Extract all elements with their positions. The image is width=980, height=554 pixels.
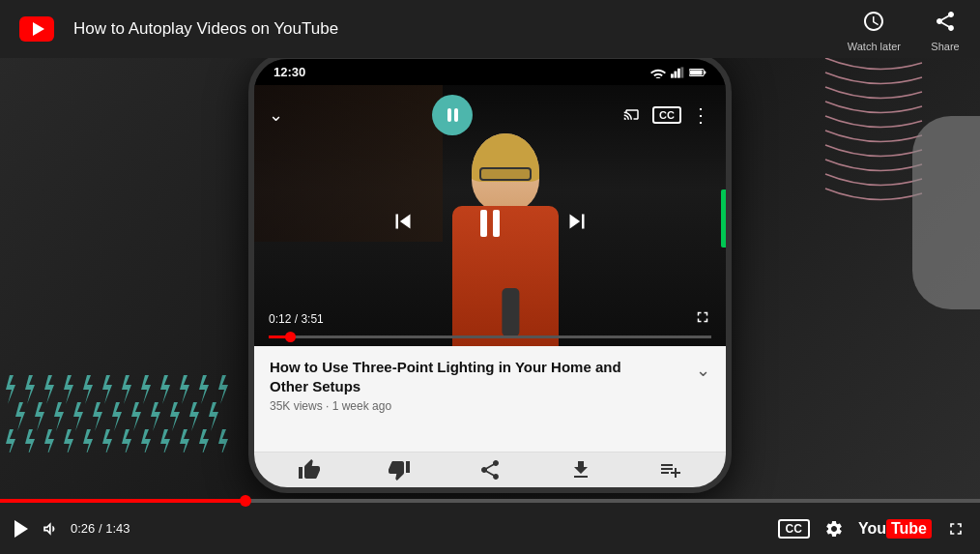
phone-info-panel: How to Use Three-Point Lighting in Your …: [254, 346, 726, 452]
svg-marker-23: [6, 429, 15, 452]
youtube-wordmark: YouTube: [858, 519, 932, 539]
teal-pause-button[interactable]: [432, 95, 473, 135]
cast-button[interactable]: [621, 104, 643, 126]
share-label: Share: [931, 41, 959, 52]
svg-marker-3: [64, 375, 73, 404]
svg-marker-14: [54, 402, 64, 431]
back-chevron-button[interactable]: ⌄: [269, 104, 283, 126]
svg-marker-5: [102, 375, 112, 404]
svg-marker-16: [93, 402, 102, 431]
share-button[interactable]: Share: [930, 6, 961, 52]
svg-rect-41: [690, 70, 702, 74]
like-button[interactable]: [298, 458, 321, 481]
bottom-control-bar: 0:26 / 1:43 CC YouTube: [0, 503, 980, 554]
youtube-logo-icon: [19, 16, 54, 42]
video-top-controls: ⌄: [254, 85, 726, 145]
svg-rect-37: [677, 68, 680, 77]
topbar: How to Autoplay Videos on YouTube Watch …: [0, 0, 980, 58]
bottom-right-controls: CC YouTube: [778, 519, 966, 539]
svg-marker-19: [151, 402, 160, 431]
svg-marker-7: [141, 375, 151, 404]
cc-button[interactable]: CC: [652, 106, 681, 124]
svg-marker-24: [25, 429, 35, 452]
cc-button-bottom[interactable]: CC: [778, 519, 810, 539]
progress-bar[interactable]: [0, 499, 980, 503]
svg-marker-21: [189, 402, 199, 431]
video-time: 0:12 / 3:51: [269, 312, 324, 326]
svg-marker-9: [180, 375, 189, 404]
svg-marker-34: [218, 429, 228, 452]
video-bottom-controls: 0:12 / 3:51: [254, 301, 726, 346]
teal-pause-icon: [447, 108, 458, 122]
watch-later-label: Watch later: [848, 41, 901, 52]
svg-marker-6: [122, 375, 131, 404]
settings-button[interactable]: [824, 519, 844, 539]
play-pause-button[interactable]: [466, 199, 514, 248]
watch-later-icon: [858, 6, 889, 37]
pause-icon: [480, 210, 500, 237]
video-controls-overlay: ⌄: [254, 85, 726, 346]
dislike-button[interactable]: [388, 458, 411, 481]
svg-marker-29: [122, 429, 131, 452]
svg-marker-11: [218, 375, 228, 404]
more-options-button[interactable]: ⋮: [691, 103, 711, 127]
svg-marker-28: [102, 429, 112, 452]
phone-mockup: 12:30: [248, 53, 732, 493]
svg-marker-10: [199, 375, 209, 404]
phone-progress-fill: [269, 335, 291, 338]
next-button[interactable]: [562, 207, 591, 240]
bottom-play-button[interactable]: [14, 520, 28, 538]
svg-marker-18: [131, 402, 141, 431]
svg-marker-12: [15, 402, 25, 431]
svg-marker-27: [83, 429, 93, 452]
watch-later-button[interactable]: Watch later: [848, 6, 901, 52]
phone-action-bar: [254, 452, 726, 487]
phone-time: 12:30: [274, 65, 305, 79]
expand-chevron[interactable]: ⌄: [696, 360, 710, 381]
svg-marker-4: [83, 375, 93, 404]
svg-marker-2: [44, 375, 54, 404]
download-button[interactable]: [569, 458, 592, 481]
fullscreen-button-bottom[interactable]: [946, 519, 966, 539]
lightning-decoration: [0, 370, 251, 452]
share-icon: [930, 6, 961, 37]
svg-rect-35: [671, 73, 674, 77]
svg-marker-30: [141, 429, 151, 452]
previous-button[interactable]: [389, 207, 418, 240]
svg-rect-38: [681, 67, 684, 77]
phone-progress-dot: [285, 332, 296, 342]
phone-screen: 12:30: [254, 59, 726, 487]
video-meta: 35K views · 1 week ago: [270, 399, 710, 413]
svg-marker-0: [6, 375, 15, 404]
svg-marker-33: [199, 429, 209, 452]
volume-button[interactable]: [40, 519, 59, 539]
svg-marker-32: [180, 429, 189, 452]
phone-status-icons: [650, 67, 706, 78]
svg-marker-26: [64, 429, 73, 452]
video-center-controls: [254, 199, 726, 248]
play-icon: [14, 520, 28, 538]
svg-marker-17: [112, 402, 122, 431]
svg-marker-31: [160, 429, 170, 452]
svg-marker-8: [160, 375, 170, 404]
video-top-right-controls: CC ⋮: [621, 103, 711, 127]
svg-rect-36: [675, 71, 677, 77]
add-playlist-button[interactable]: [659, 458, 682, 481]
phone-status-bar: 12:30: [254, 59, 726, 85]
svg-marker-20: [170, 402, 180, 431]
svg-marker-1: [25, 375, 35, 404]
phone-share-button[interactable]: [478, 458, 502, 481]
gray-shape-decoration: [912, 116, 980, 309]
topbar-actions: Watch later Share: [848, 6, 961, 52]
progress-fill: [0, 499, 245, 503]
phone-video-player[interactable]: ⌄: [254, 85, 726, 346]
time-display: 0:26 / 1:43: [71, 521, 130, 536]
svg-rect-40: [704, 71, 706, 73]
video-title: How to Use Three-Point Lighting in Your …: [270, 358, 637, 395]
svg-marker-13: [35, 402, 44, 431]
progress-dot: [240, 495, 251, 507]
video-info-header: How to Use Three-Point Lighting in Your …: [270, 358, 710, 395]
fullscreen-button[interactable]: [694, 308, 711, 330]
page-title: How to Autoplay Videos on YouTube: [73, 19, 338, 39]
phone-progress-bar[interactable]: [269, 335, 711, 338]
